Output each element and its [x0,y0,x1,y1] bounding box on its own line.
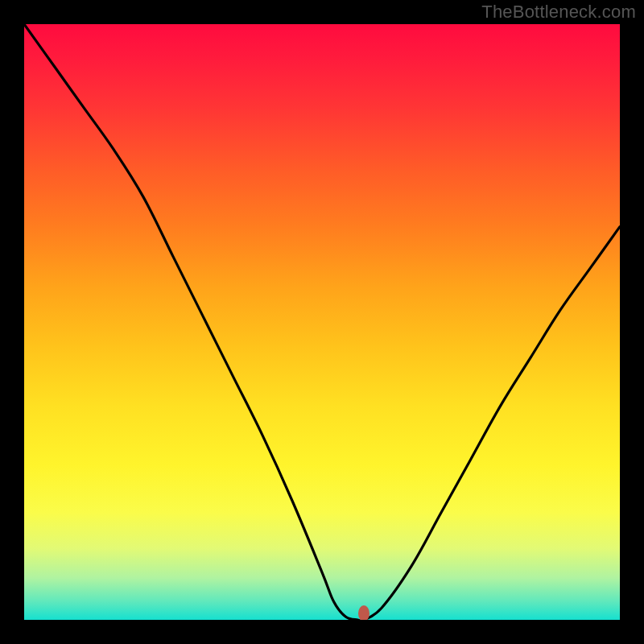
watermark-text: TheBottleneck.com [481,2,636,23]
curve-layer [24,24,620,620]
plot-area [24,24,620,620]
bottleneck-curve [24,24,620,620]
chart-frame: TheBottleneck.com [0,0,644,644]
minimum-marker [358,605,369,620]
